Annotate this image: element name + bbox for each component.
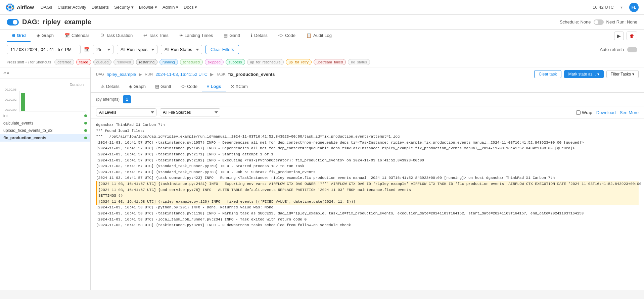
code-sub-icon: <> [181, 84, 186, 89]
badge-failed[interactable]: failed [76, 59, 91, 65]
task-name-init: init [3, 113, 8, 118]
nav-browse[interactable]: Browse ▾ [139, 5, 157, 10]
clear-filters-button[interactable]: Clear Filters [205, 45, 239, 54]
calendar-icon-filter: 📅 [84, 47, 89, 52]
badge-restarting[interactable]: restarting [136, 59, 157, 65]
landing-icon: ✈ [179, 33, 183, 38]
left-panel-header: « » [0, 67, 90, 79]
right-panel: DAG ripley_example ▶ Run 2024-11-03, 16:… [91, 67, 644, 290]
sub-tab-gantt[interactable]: ▤ Gantt [150, 81, 176, 92]
filter-tasks-button[interactable]: Filter Tasks ▾ [606, 70, 639, 78]
tabs-actions: ▶ 🗑 [614, 32, 637, 40]
sub-tab-graph[interactable]: ◈ Graph [124, 81, 150, 92]
log-line-11: [2024-11-03, 16:41:57 UTC] {cmd_service.… [96, 187, 639, 193]
log-filters: All Levels All File Sources Wrap Downloa… [91, 106, 644, 119]
tab-calendar[interactable]: 📅 Calendar [60, 30, 94, 42]
nav-admin[interactable]: Admin ▾ [163, 5, 178, 10]
sub-tab-logs[interactable]: ≡ Logs [202, 81, 226, 92]
nav-security[interactable]: Security ▾ [114, 5, 134, 10]
task-breadcrumb-value: fix_production_events [228, 72, 275, 77]
delete-button[interactable]: 🗑 [627, 32, 637, 40]
log-line-14: [2024-11-03, 16:41:58 UTC] {python.py:20… [96, 205, 639, 211]
log-level-select[interactable]: All Levels [96, 108, 156, 116]
task-name-calculate-events: calculate_events [3, 121, 33, 126]
see-more-link[interactable]: See More [620, 110, 639, 115]
log-source-select[interactable]: All File Sources [160, 108, 220, 116]
attempt-badge-1[interactable]: 1 [123, 95, 131, 103]
tab-audit-log-label: Audit Log [313, 33, 332, 38]
count-select[interactable]: 2550100 [93, 45, 113, 54]
sub-tabs: ⚠ Details ◈ Graph ▤ Gantt <> Code ≡ Logs… [91, 81, 644, 93]
retry-icon: ↩ [143, 33, 147, 38]
mark-state-button[interactable]: Mark state as... ▾ [564, 70, 604, 78]
log-line-17: [2024-11-03, 16:41:58 UTC] {taskinstance… [96, 222, 639, 229]
auto-refresh-label: Auto-refresh [600, 47, 624, 52]
task-item-calculate-events[interactable]: calculate_events [0, 119, 90, 127]
tab-grid[interactable]: ⊞ Grid [7, 30, 31, 42]
task-item-fix-production[interactable]: fix_production_events [0, 134, 90, 142]
log-line-3: [2024-11-03, 16:41:57 UTC] {taskinstance… [96, 140, 639, 146]
badge-success[interactable]: success [226, 59, 245, 65]
sub-tab-xcom[interactable]: ✕ XCom [226, 81, 252, 92]
tab-code-label: Code [285, 33, 295, 38]
download-link[interactable]: Download [596, 110, 616, 115]
panel-collapse-arrows[interactable]: « » [3, 70, 9, 76]
datetime-filter-input[interactable] [7, 45, 81, 54]
run-type-select[interactable]: All Run Types [117, 45, 157, 54]
badge-up-for-reschedule[interactable]: up_for_reschedule [247, 59, 284, 65]
dag-breadcrumb-value[interactable]: ripley_example [107, 72, 136, 77]
dag-prefix: DAG: [22, 18, 39, 26]
tab-details[interactable]: ℹ Details [246, 30, 272, 42]
details-icon: ℹ [251, 33, 252, 38]
tab-task-tries[interactable]: ↩ Task Tries [139, 30, 173, 42]
run-breadcrumb-value[interactable]: 2024-11-03, 16:41:52 UTC [155, 72, 208, 77]
navbar: Airflow DAGs Cluster Activity Datasets S… [0, 0, 644, 15]
sub-tab-xcom-label: XCom [236, 84, 248, 89]
navbar-logo: Airflow [5, 3, 34, 12]
tab-code[interactable]: <> Code [274, 30, 300, 42]
tab-landing-times-label: Landing Times [185, 33, 213, 38]
badge-queued[interactable]: queued [93, 59, 112, 65]
task-item-upload[interactable]: upload_fixed_events_to_s3 [0, 127, 90, 134]
status-legend: Press shift + / for Shortcuts deferred f… [0, 57, 644, 67]
tab-gantt[interactable]: ▤ Gantt [219, 30, 245, 42]
sub-tab-code[interactable]: <> Code [176, 81, 202, 92]
badge-deferred[interactable]: deferred [54, 59, 74, 65]
nav-dags[interactable]: DAGs [41, 5, 52, 10]
badge-scheduled[interactable]: scheduled [180, 59, 203, 65]
tab-graph[interactable]: ◈ Graph [32, 30, 58, 42]
wrap-checkbox[interactable] [576, 110, 581, 115]
duration-chart: Duration 00:00:05 00:00:02 00:00:00 [0, 79, 90, 112]
task-breadcrumb-label: Task [216, 72, 226, 76]
badge-upstream-failed[interactable]: upstream_failed [314, 59, 346, 65]
badge-removed[interactable]: removed [113, 59, 134, 65]
tab-landing-times[interactable]: ✈ Landing Times [175, 30, 218, 42]
breadcrumb-bar: DAG ripley_example ▶ Run 2024-11-03, 16:… [91, 67, 644, 81]
badge-skipped[interactable]: skipped [205, 59, 224, 65]
log-line-8: [2024-11-03, 16:41:57 UTC] {standard_tas… [96, 169, 639, 176]
nav-docs[interactable]: Docs ▾ [184, 5, 197, 10]
sub-tab-details[interactable]: ⚠ Details [96, 81, 124, 92]
tab-gantt-label: Gantt [229, 33, 240, 38]
tab-task-duration[interactable]: ⏱ Task Duration [95, 30, 137, 42]
task-item-init[interactable]: init [0, 112, 90, 119]
badge-no-status[interactable]: no_status [348, 59, 370, 65]
dag-toggle[interactable] [7, 19, 19, 26]
schedule-toggle[interactable] [594, 19, 604, 25]
run-button[interactable]: ▶ [614, 32, 624, 40]
log-line-4: [2024-11-03, 16:41:57 UTC] {taskinstance… [96, 146, 639, 152]
clear-task-button[interactable]: Clear task [534, 70, 561, 78]
navbar-avatar[interactable]: FL [629, 3, 639, 12]
run-state-select[interactable]: All Run States [161, 45, 202, 54]
badge-up-for-retry[interactable]: up_for_retry [286, 59, 312, 65]
nav-cluster-activity[interactable]: Cluster Activity [58, 5, 86, 10]
badge-running[interactable]: running [159, 59, 178, 65]
tab-audit-log[interactable]: 📋 Audit Log [302, 30, 336, 42]
log-actions: Wrap Download See More [576, 110, 639, 115]
audit-icon: 📋 [306, 33, 312, 38]
wrap-checkbox-label[interactable]: Wrap [576, 110, 592, 115]
log-toolbar: (by attempts) 1 [91, 93, 644, 106]
nav-datasets[interactable]: Datasets [92, 5, 109, 10]
run-breadcrumb-label: Run [145, 72, 153, 76]
auto-refresh-toggle[interactable] [627, 47, 637, 52]
